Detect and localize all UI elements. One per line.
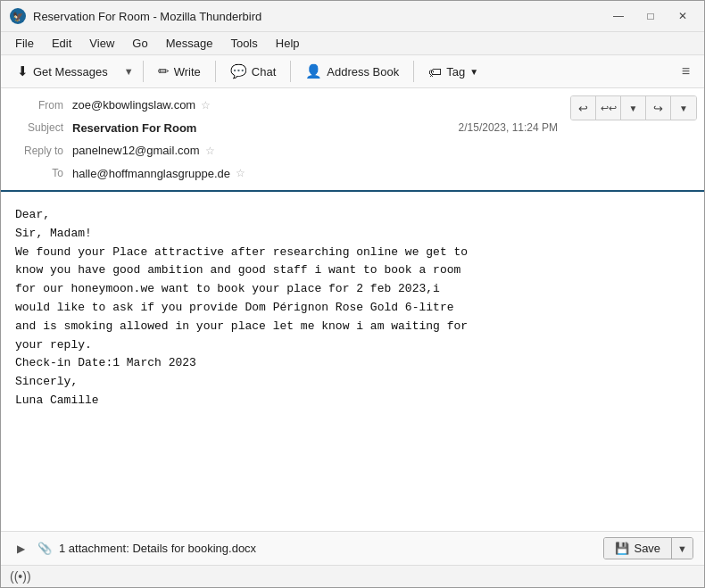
menu-edit[interactable]: Edit bbox=[45, 34, 79, 53]
connection-status-icon: ((•)) bbox=[10, 569, 31, 584]
email-date: 2/15/2023, 11:24 PM bbox=[459, 120, 560, 136]
get-messages-dropdown[interactable]: ▼ bbox=[120, 62, 137, 81]
to-row: To halle@hoffmannglasgruppe.de ☆ bbox=[12, 162, 560, 186]
reply-all-button[interactable]: ↩↩ bbox=[596, 96, 621, 120]
tag-label: Tag bbox=[446, 65, 465, 79]
address-book-icon: 👤 bbox=[305, 63, 322, 79]
menu-help[interactable]: Help bbox=[269, 34, 307, 53]
menu-view[interactable]: View bbox=[82, 34, 121, 53]
toolbar-separator-2 bbox=[215, 61, 216, 82]
window-title: Reservation For Room - Mozilla Thunderbi… bbox=[33, 10, 606, 23]
tag-dropdown-icon: ▼ bbox=[469, 67, 478, 77]
reply-button[interactable]: ↩ bbox=[571, 96, 596, 120]
reply-to-row: Reply to panelnew12@gmail.com ☆ bbox=[12, 139, 560, 162]
window-controls: — □ ✕ bbox=[606, 6, 695, 26]
attachment-bar: ▶ 📎 1 attachment: Details for booking.do… bbox=[1, 531, 704, 565]
subject-row: Subject Reservation For Room 2/15/2023, … bbox=[12, 117, 560, 140]
to-star-icon[interactable]: ☆ bbox=[236, 165, 245, 181]
toolbar-separator-1 bbox=[143, 61, 144, 82]
attachment-label: 1 attachment: Details for booking.docx bbox=[59, 542, 596, 555]
reply-dropdown-button[interactable]: ▼ bbox=[621, 96, 646, 120]
get-messages-button[interactable]: ⬇ Get Messages bbox=[8, 59, 117, 84]
attachment-expand-button[interactable]: ▶ bbox=[12, 540, 30, 558]
chat-button[interactable]: 💬 Chat bbox=[221, 59, 285, 84]
minimize-button[interactable]: — bbox=[606, 6, 631, 26]
main-window: 🦅 Reservation For Room - Mozilla Thunder… bbox=[0, 0, 705, 588]
save-dropdown-button[interactable]: ▼ bbox=[672, 538, 693, 559]
from-label: From bbox=[12, 97, 72, 113]
from-value: zoe@kbowlingslaw.com ☆ bbox=[72, 96, 560, 114]
chat-icon: 💬 bbox=[230, 63, 247, 79]
menu-message[interactable]: Message bbox=[159, 34, 220, 53]
to-label: To bbox=[12, 165, 72, 181]
menu-bar: File Edit View Go Message Tools Help bbox=[1, 32, 704, 55]
reply-buttons-group: ↩ ↩↩ ▼ ↪ ▼ bbox=[570, 88, 704, 120]
from-star-icon[interactable]: ☆ bbox=[201, 97, 211, 113]
status-bar: ((•)) bbox=[1, 565, 704, 587]
email-header-area: From zoe@kbowlingslaw.com ☆ Subject Rese… bbox=[1, 88, 704, 192]
menu-tools[interactable]: Tools bbox=[223, 34, 264, 53]
save-button[interactable]: 💾 Save bbox=[604, 538, 672, 559]
menu-go[interactable]: Go bbox=[125, 34, 154, 53]
header-fields: From zoe@kbowlingslaw.com ☆ Subject Rese… bbox=[1, 88, 570, 190]
title-bar: 🦅 Reservation For Room - Mozilla Thunder… bbox=[1, 1, 704, 32]
toolbar-overflow-button[interactable]: ≡ bbox=[675, 59, 697, 84]
address-book-label: Address Book bbox=[327, 65, 399, 79]
forward-button[interactable]: ↪ bbox=[646, 96, 671, 120]
menu-file[interactable]: File bbox=[8, 34, 41, 53]
toolbar-separator-3 bbox=[290, 61, 291, 82]
write-icon: ✏ bbox=[158, 63, 170, 79]
toolbar: ⬇ Get Messages ▼ ✏ Write 💬 Chat 👤 Addres… bbox=[1, 55, 704, 88]
write-button[interactable]: ✏ Write bbox=[149, 59, 210, 84]
reply-to-label: Reply to bbox=[12, 143, 72, 159]
forward-dropdown-button[interactable]: ▼ bbox=[671, 96, 696, 120]
attachment-icon-area: 📎 bbox=[37, 542, 52, 555]
tag-icon: 🏷 bbox=[428, 64, 442, 79]
paperclip-icon: 📎 bbox=[37, 542, 52, 555]
header-top: From zoe@kbowlingslaw.com ☆ Subject Rese… bbox=[1, 88, 704, 190]
save-label: Save bbox=[634, 542, 660, 555]
write-label: Write bbox=[174, 65, 201, 79]
get-messages-label: Get Messages bbox=[33, 65, 108, 79]
from-row: From zoe@kbowlingslaw.com ☆ bbox=[12, 94, 560, 117]
chat-label: Chat bbox=[252, 65, 276, 79]
email-body: Dear, Sir, Madam! We found your Place at… bbox=[1, 192, 704, 531]
get-messages-icon: ⬇ bbox=[17, 63, 29, 79]
maximize-button[interactable]: □ bbox=[638, 6, 663, 26]
to-email: halle@hoffmannglasgruppe.de bbox=[72, 165, 230, 183]
reply-to-email: panelnew12@gmail.com bbox=[72, 142, 200, 160]
subject-label: Subject bbox=[12, 120, 72, 136]
reply-to-star-icon[interactable]: ☆ bbox=[205, 143, 215, 159]
tag-button[interactable]: 🏷 Tag ▼ bbox=[419, 60, 487, 84]
toolbar-separator-4 bbox=[413, 61, 414, 82]
save-button-group: 💾 Save ▼ bbox=[603, 537, 693, 559]
reply-button-group: ↩ ↩↩ ▼ ↪ ▼ bbox=[570, 95, 697, 120]
save-icon: 💾 bbox=[615, 542, 629, 555]
reply-to-value: panelnew12@gmail.com ☆ bbox=[72, 142, 560, 160]
to-value: halle@hoffmannglasgruppe.de ☆ bbox=[72, 165, 560, 183]
subject-value: Reservation For Room bbox=[72, 120, 459, 137]
close-button[interactable]: ✕ bbox=[670, 6, 695, 26]
address-book-button[interactable]: 👤 Address Book bbox=[296, 59, 408, 84]
from-email: zoe@kbowlingslaw.com bbox=[72, 96, 195, 114]
app-icon: 🦅 bbox=[10, 8, 26, 24]
